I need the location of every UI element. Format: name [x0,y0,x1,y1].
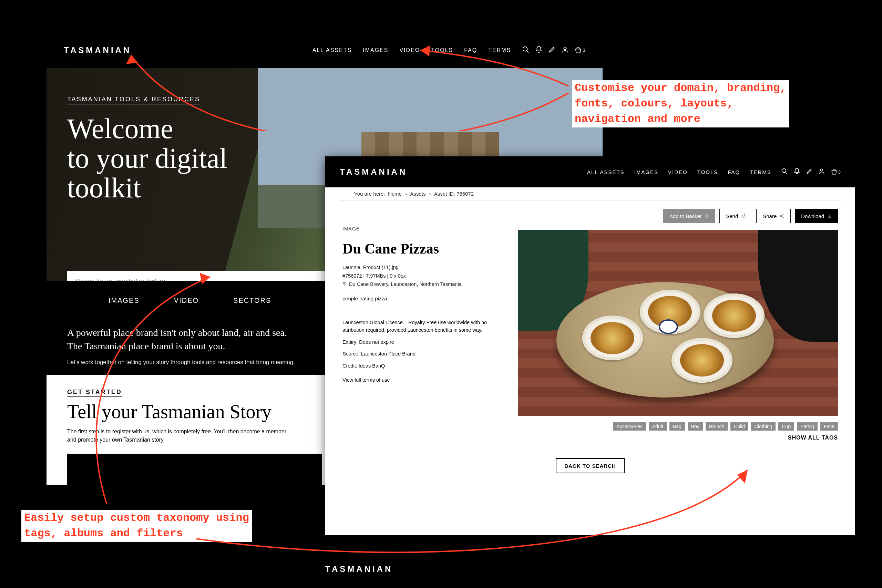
bell-icon[interactable] [535,46,543,55]
asset-info-column: IMAGE Du Cane Pizzas Launnie, Product (1… [342,209,508,441]
filter-video[interactable]: VIDEO [174,297,199,304]
get-started-eyebrow: GET STARTED [67,388,122,397]
tag[interactable]: Boy [688,422,703,430]
get-started-copy: The first step is to register with us, w… [67,428,288,444]
asset-action-bar: Add to Basket Send Share Download [518,209,838,223]
breadcrumb-assets[interactable]: Assets [410,191,426,197]
user-icon[interactable] [818,168,825,176]
source-link[interactable]: Launceston Place Brand [361,351,416,357]
search-icon[interactable] [522,46,530,55]
tile[interactable] [67,454,322,484]
svg-point-3 [782,169,786,173]
site-header: TASMANIAN ALL ASSETS IMAGES VIDEO TOOLS … [46,35,603,68]
nav-tools[interactable]: TOOLS [698,169,718,175]
svg-point-8 [780,216,781,217]
expiry-label: Expiry: [342,339,359,345]
nav-all-assets[interactable]: ALL ASSETS [312,47,352,53]
back-to-search-button[interactable]: BACK TO SEARCH [556,458,625,473]
nav-video[interactable]: VIDEO [668,169,688,175]
filter-sectors[interactable]: SECTORS [233,297,271,304]
svg-point-2 [564,47,566,50]
hero-title: Welcome to your digital toolkit [67,114,288,203]
send-icon [741,214,746,218]
tag[interactable]: Accessories [613,422,646,430]
svg-line-4 [785,172,787,174]
tag[interactable]: Cup [778,422,794,430]
asset-specs: #756072 | 7.97MBs | 0 x 0px [342,272,508,280]
share-button[interactable]: Share [756,209,791,223]
primary-nav: ALL ASSETS IMAGES VIDEO TOOLS FAQ TERMS … [587,168,841,176]
basket-icon[interactable]: 3 [574,46,585,54]
tag[interactable]: Adult [649,422,667,430]
basket-count: 3 [838,170,841,175]
hero-eyebrow: TASMANIAN TOOLS & RESOURCES [67,96,200,104]
footer-logo: TASMANIAN [325,564,393,574]
breadcrumb-current: Asset ID: 756072 [434,191,474,197]
credit-link[interactable]: Ideas BanQ [358,363,385,369]
asset-detail-panel: TASMANIAN ALL ASSETS IMAGES VIDEO TOOLS … [325,156,855,535]
tag[interactable]: Child [730,422,748,430]
share-icon [779,214,784,218]
view-terms-link[interactable]: View full terms of use [342,377,508,383]
annotation-callout-top: Customise your domain, branding, fonts, … [572,80,789,128]
tag[interactable]: Clothing [751,422,776,430]
basket-icon[interactable]: 3 [831,168,841,176]
svg-line-1 [527,51,529,53]
tag[interactable]: Face [820,422,838,430]
source-label: Source: [342,351,361,357]
asset-filename: Launnie, Product (11).jpg [342,263,508,272]
nav-utility-icons: 3 [522,46,585,55]
svg-point-0 [523,47,528,51]
breadcrumb-separator: › [405,191,407,197]
breadcrumb: You are here: Home › Assets › Asset ID: … [340,188,841,201]
site-header: TASMANIAN ALL ASSETS IMAGES VIDEO TOOLS … [325,156,855,188]
nav-terms[interactable]: TERMS [750,169,771,175]
download-icon [827,214,832,218]
tag[interactable]: Brunch [706,422,728,430]
add-to-basket-button[interactable]: Add to Basket [663,209,715,223]
svg-point-10 [782,217,783,218]
nav-faq[interactable]: FAQ [464,47,477,53]
asset-title: Du Cane Pizzas [342,240,508,257]
tag[interactable]: Bag [669,422,685,430]
tag[interactable]: Eating [797,422,818,430]
site-logo[interactable]: TASMANIAN [340,167,407,177]
credit-label: Credit: [342,363,358,369]
asset-description: people eating pizza [342,296,508,302]
nav-all-assets[interactable]: ALL ASSETS [587,169,625,175]
nav-tools[interactable]: TOOLS [431,47,453,53]
breadcrumb-prefix: You are here: [354,191,385,197]
asset-preview-image[interactable] [518,230,838,416]
user-icon[interactable] [561,46,569,55]
filter-images[interactable]: IMAGES [108,297,140,304]
show-all-tags-link[interactable]: SHOW ALL TAGS [518,435,838,441]
asset-location: Du Cane Brewery, Launceston, Northern Ta… [349,280,462,289]
asset-type-label: IMAGE [342,226,508,231]
svg-point-5 [820,169,823,171]
nav-images[interactable]: IMAGES [363,47,388,53]
license-text: Launceston Global Licence – Royalty Free… [342,319,494,334]
share-label: Share [763,213,777,219]
asset-media-column: Add to Basket Send Share Download [518,209,838,441]
annotation-callout-bottom: Easily setup custom taxonomy using tags,… [21,510,252,542]
send-label: Send [726,213,738,219]
pen-icon[interactable] [548,46,556,55]
nav-terms[interactable]: TERMS [488,47,511,53]
site-logo[interactable]: TASMANIAN [64,45,131,55]
download-button[interactable]: Download [795,209,838,223]
nav-faq[interactable]: FAQ [728,169,740,175]
bell-icon[interactable] [794,168,800,176]
basket-count: 3 [583,48,585,53]
nav-video[interactable]: VIDEO [399,47,420,53]
breadcrumb-separator: › [429,191,431,197]
search-icon[interactable] [781,168,788,176]
nav-images[interactable]: IMAGES [634,169,658,175]
nav-utility-icons: 3 [781,168,841,176]
tags-list: Accessories Adult Bag Boy Brunch Child C… [518,422,838,430]
send-button[interactable]: Send [719,209,752,223]
pen-icon[interactable] [806,168,813,176]
svg-point-9 [782,214,783,215]
breadcrumb-home[interactable]: Home [388,191,402,197]
location-pin-icon [342,280,347,289]
expiry-value: Does not expire [359,339,394,345]
